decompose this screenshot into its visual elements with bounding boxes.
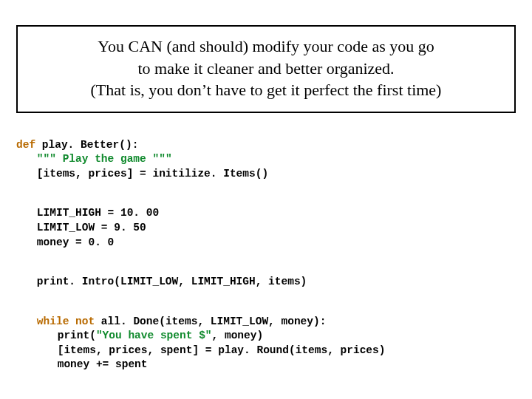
code-line-1: def play. Better(): [16,139,138,151]
advice-callout-box: You CAN (and should) modify your code as… [16,25,516,113]
keyword-while: while [37,316,69,327]
code-line-12: print("You have spent $", money) [16,329,263,344]
keyword-not: not [75,316,95,327]
slide: You CAN (and should) modify your code as… [0,0,532,399]
advice-line-1: You CAN (and should) modify your code as… [33,35,499,58]
code-blank-4 [16,372,516,383]
code-block: def play. Better(): """ Play the game ""… [16,123,516,399]
code-line-2: """ Play the game """ [16,152,172,167]
code-line-9: print. Intro(LIMIT_LOW, LIMIT_HIGH, item… [16,275,307,290]
code-blank-2 [16,250,516,261]
code-line-11: while not all. Done(items, LIMIT_LOW, mo… [16,315,326,330]
code-line-6: LIMIT_LOW = 9. 50 [16,221,146,236]
advice-line-3: (That is, you don’t have to get it perfe… [33,79,499,101]
code-line-13: [items, prices, spent] = play. Round(ite… [16,344,385,358]
code-line-7: money = 0. 0 [16,236,114,250]
code-blank-1 [16,181,516,192]
code-line-3: [items, prices] = initilize. Items() [16,167,268,182]
code-blank-3 [16,290,516,301]
code-line-5: LIMIT_HIGH = 10. 00 [16,206,159,221]
keyword-def: def [16,139,35,151]
advice-line-2: to make it cleaner and better organized. [33,58,499,80]
code-line-14: money += spent [16,358,148,372]
